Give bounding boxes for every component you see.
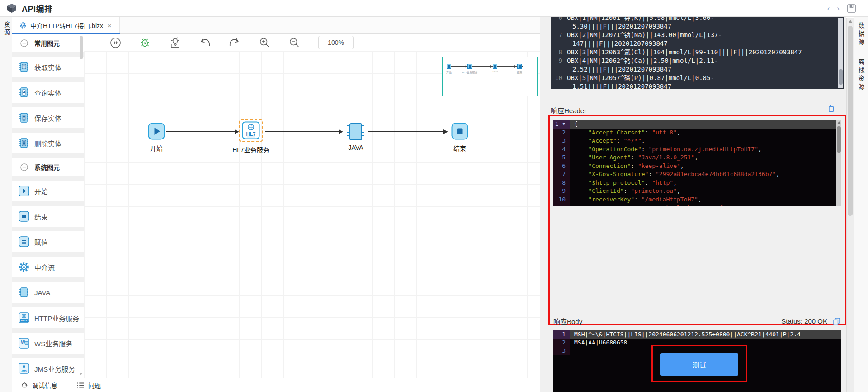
flow-node-start[interactable] [148,123,165,140]
minimap-arrowhead [490,65,492,68]
zoom-in-icon[interactable] [259,37,270,48]
code-line: 7OBX|2|NM|12071^钠(Na)||143.00|mmol/L|137… [551,31,844,39]
palette-scrollbar[interactable] [79,35,83,377]
assign-icon [18,236,30,248]
response-header-label: 响应Header [551,105,586,115]
flow-node-hl7[interactable]: HL7 [242,121,260,139]
zoom-out-icon[interactable] [288,37,300,48]
flow-canvas[interactable]: 100% 开始HL7HL7业务服务JAVA结束 开始HL7业务服务JAVA结束 [84,34,540,378]
code-line: 10OBX|5|NM|12057^磷(P)||0.87|mmol/L|0.85- [551,74,844,82]
debug-step-icon[interactable] [169,37,181,48]
header-editor-scrollbar[interactable] [836,120,841,206]
chip-delete-icon [18,137,30,149]
chip-save-icon [18,112,30,124]
code-line: 8 "$http_protocol": "http", [553,179,841,187]
flow-node-end[interactable] [451,123,468,140]
flow-edge[interactable] [265,131,339,132]
right-rail-tab-1[interactable]: 离线资源 [854,53,868,98]
response-header-editor[interactable]: 1 ▾{2 "Accept-Charset": "utf-8",3 "Accep… [553,120,841,206]
minimap-arrowhead [514,65,517,68]
bell-icon [20,381,28,389]
request-editor-scrollbar[interactable] [838,18,843,88]
undo-icon[interactable] [199,37,211,48]
nav-forward-icon[interactable]: › [837,5,840,12]
palette-item-jms[interactable]: JMSJMS业务服务 [12,358,84,378]
test-response-panel: 6OBX|1|NM|12061^钾(K)||5.98|mmol/L|3.60-5… [540,17,846,392]
palette-item-chip-face[interactable]: 获取实体 [12,57,84,77]
canvas-minimap[interactable]: 开始HL7业务服务JAVA结束 [442,57,538,96]
canvas-grid [84,51,540,378]
tab-close-icon[interactable]: × [108,22,112,29]
component-palette: 常用图元 获取实体 查询实体 保存实体 删除实体 系统图元开始结束赋值中介流 J… [12,34,84,378]
issues-tab[interactable]: 问题 [76,381,101,390]
right-rail: 数据源离线资源 [854,17,868,392]
code-line: 10 "receiverKey": "/mediaHttpToH7", [553,196,841,204]
collapse-icon[interactable] [18,37,30,49]
palette-item-assign[interactable]: 赋值 [12,231,84,252]
code-line: 5.30||||F|||20201207093847 [551,22,844,31]
test-button[interactable]: 测试 [660,353,738,376]
copy-header-icon[interactable] [828,104,836,112]
palette-item-http[interactable]: HTTPHTTP业务服务 [12,307,84,328]
right-rail-tab-0[interactable]: 数据源 [854,17,868,53]
code-line: 1 ▾{ [553,120,841,129]
code-line: 9OBX|4|NM|12062^钙(Ca)||2.50|mmol/L|2.11- [551,57,844,65]
palette-item-chip-save[interactable]: 保存实体 [12,107,84,128]
palette-item-chip-delete[interactable]: 删除实体 [12,133,84,153]
response-body-label: 响应Body [553,316,582,326]
collapse-icon[interactable] [18,161,30,173]
save-icon[interactable] [847,4,856,13]
minimap-node-label: JAVA [492,70,498,73]
flow-node-label: JAVA [349,144,363,151]
palette-item-ws[interactable]: WWS业务服务 [12,333,84,354]
palette-item-chip[interactable]: JAVA [12,282,84,303]
palette-item-gear[interactable]: 中介流 [12,257,84,277]
nav-back-icon[interactable]: ‹ [827,5,830,12]
code-line: 4 "OperationCode": "primeton.oa.zj.media… [553,145,841,154]
redo-icon[interactable] [229,37,241,48]
code-line: 1.51||||F|||20201207093847 [551,82,844,89]
minimap-arrowhead [465,65,467,68]
code-line: 2 "Accept-Charset": "utf-8", [553,129,841,137]
minimap-node-label: 开始 [446,70,452,74]
flow-node-java[interactable] [345,122,366,141]
tab-bizx-file[interactable]: 中介HTTP转HL7接口.bizx × [12,17,120,34]
palette-section-header[interactable]: 常用图元 [12,34,84,52]
code-line: 8OBX|3|NM|12063^氯(Cl)||104|mmol/L|99-110… [551,48,844,57]
debug-info-label: 调试信息 [32,381,57,390]
debug-run-icon[interactable] [139,37,151,48]
flow-edge[interactable] [166,131,235,132]
left-rail-tab-resources[interactable]: 资源 [2,21,11,37]
code-line: 3 "Accept": "*/*", [553,137,841,145]
flow-node-label: HL7业务服务 [232,145,269,154]
code-line: 147||||F|||20201207093847 [551,39,844,48]
palette-section-header[interactable]: 系统图元 [12,158,84,176]
end-icon [18,210,30,222]
run-continue-icon[interactable] [109,37,121,48]
minimap-node-label: 结束 [517,70,522,74]
chip-face-icon [18,61,30,73]
flow-node-label: 结束 [453,143,466,153]
issues-label: 问题 [88,381,101,390]
right-panel-scrollbar[interactable] [846,18,854,392]
jms-icon: JMS [18,363,30,374]
request-body-editor[interactable]: 6OBX|1|NM|12061^钾(K)||5.98|mmol/L|3.60-5… [551,17,844,89]
chip-icon [18,287,30,298]
gear-icon [18,261,30,273]
code-line: 6OBX|1|NM|12061^钾(K)||5.98|mmol/L|3.60- [551,17,844,22]
zoom-level-button[interactable]: 100% [318,36,354,49]
status-badge: Status: 200 OK [781,317,827,325]
palette-item-end[interactable]: 结束 [12,206,84,227]
http-icon: HTTP [18,312,30,324]
copy-body-icon[interactable] [833,317,840,325]
palette-item-start[interactable]: 开始 [12,181,84,201]
minimap-node [493,64,497,69]
svg-text:JMS: JMS [21,369,27,373]
app-logo-icon [6,3,17,14]
chip-search-icon [18,86,30,98]
debug-info-tab[interactable]: 调试信息 [20,381,57,390]
palette-item-chip-search[interactable]: 查询实体 [12,82,84,103]
api-orchestration-app: API编排 ‹ › 资源 中介HTTP转HL7接口.bizx × 常用图元 获取… [0,0,868,392]
tab-title: 中介HTTP转HL7接口.bizx [30,21,103,30]
flow-edge[interactable] [368,131,444,132]
